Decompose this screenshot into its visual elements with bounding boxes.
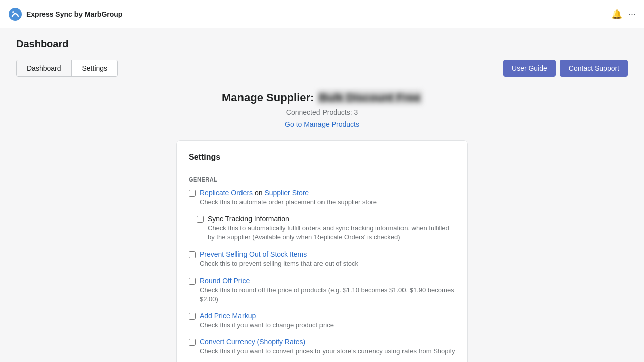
top-bar-actions: 🔔 ··· xyxy=(611,9,636,20)
desc-sync-tracking: Check this to automatically fulfill orde… xyxy=(208,224,455,242)
checkbox-replicate-orders[interactable] xyxy=(189,190,196,197)
setting-prevent-selling: Prevent Selling Out of Stock Items Check… xyxy=(189,250,455,268)
desc-round-off-price: Check this to round off the price of pro… xyxy=(200,286,455,304)
desc-add-price-markup: Check this if you want to change product… xyxy=(200,321,455,330)
nav-section: Dashboard Settings User Guide Contact Su… xyxy=(0,54,644,83)
app-branding: Express Sync by MarbGroup xyxy=(8,7,122,21)
setting-sync-tracking: Sync Tracking Information Check this to … xyxy=(197,215,455,242)
setting-round-off-price: Round Off Price Check this to round off … xyxy=(189,277,455,304)
desc-prevent-selling: Check this to prevent selling items that… xyxy=(200,259,455,268)
setting-convert-currency-shopify: Convert Currency (Shopify Rates) Check t… xyxy=(189,338,455,356)
more-options-icon[interactable]: ··· xyxy=(628,9,636,19)
connected-products-label: Connected Products: 3 xyxy=(16,108,628,116)
manage-products-link[interactable]: Go to Manage Products xyxy=(285,120,359,128)
checkbox-convert-currency-shopify[interactable] xyxy=(189,339,196,346)
page-header: Dashboard xyxy=(0,28,644,54)
main-content: Manage Supplier: Bulk Discount Free Conn… xyxy=(0,83,644,362)
notification-icon[interactable]: 🔔 xyxy=(611,9,622,20)
section-general-label: GENERAL xyxy=(189,176,455,183)
nav-tabs: Dashboard Settings xyxy=(16,60,118,77)
label-prevent-selling[interactable]: Prevent Selling Out of Stock Items xyxy=(200,250,307,258)
label-add-price-markup[interactable]: Add Price Markup xyxy=(200,312,256,320)
checkbox-round-off-price[interactable] xyxy=(189,278,196,285)
checkbox-prevent-selling[interactable] xyxy=(189,251,196,258)
checkbox-add-price-markup[interactable] xyxy=(189,313,196,320)
label-convert-currency-shopify[interactable]: Convert Currency (Shopify Rates) xyxy=(200,338,305,346)
tab-dashboard[interactable]: Dashboard xyxy=(17,60,72,76)
setting-replicate-orders: Replicate Orders on Supplier Store Check… xyxy=(189,189,455,207)
app-icon xyxy=(8,7,22,21)
user-guide-button[interactable]: User Guide xyxy=(503,60,556,77)
settings-card-title: Settings xyxy=(189,153,455,168)
desc-replicate-orders: Check this to automate order placement o… xyxy=(200,198,455,207)
supplier-info: Manage Supplier: Bulk Discount Free Conn… xyxy=(16,91,628,128)
page-title: Dashboard xyxy=(16,38,628,50)
checkbox-sync-tracking[interactable] xyxy=(197,216,204,223)
setting-add-price-markup: Add Price Markup Check this if you want … xyxy=(189,312,455,330)
label-sync-tracking[interactable]: Sync Tracking Information xyxy=(208,215,289,223)
svg-point-1 xyxy=(12,11,14,13)
nav-actions: User Guide Contact Support xyxy=(503,60,628,77)
settings-card: Settings GENERAL Replicate Orders on Sup… xyxy=(176,140,468,362)
supplier-heading-prefix: Manage Supplier: xyxy=(222,91,314,104)
tab-settings[interactable]: Settings xyxy=(72,60,118,76)
label-replicate-orders[interactable]: Replicate Orders on Supplier Store xyxy=(200,189,309,197)
contact-support-button[interactable]: Contact Support xyxy=(560,60,628,77)
supplier-name: Bulk Discount Free xyxy=(317,91,422,104)
label-round-off-price[interactable]: Round Off Price xyxy=(200,277,250,285)
app-name-label: Express Sync by MarbGroup xyxy=(26,10,122,18)
desc-convert-currency-shopify: Check this if you want to convert prices… xyxy=(200,347,455,356)
supplier-title: Manage Supplier: Bulk Discount Free xyxy=(16,91,628,104)
top-bar: Express Sync by MarbGroup 🔔 ··· xyxy=(0,0,644,28)
